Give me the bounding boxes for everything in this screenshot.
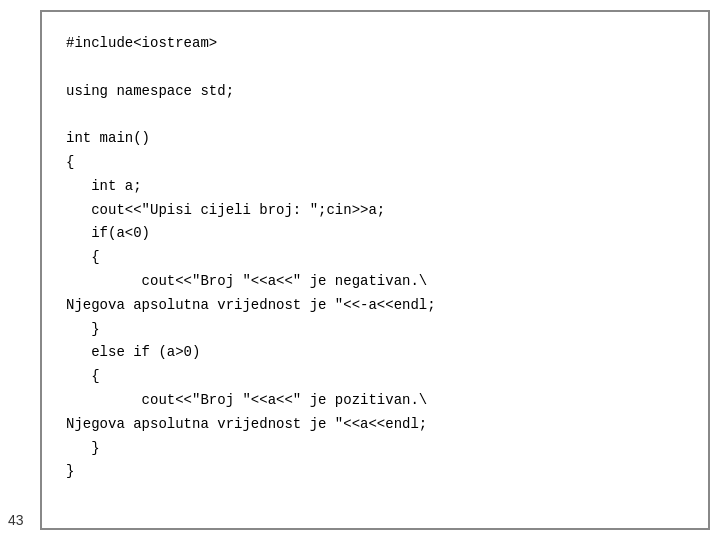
slide-number: 43 (0, 0, 40, 540)
keyword-int: int (91, 178, 116, 194)
code-line-12: Njegova apsolutna vrijednost je "<<-a<<e… (66, 297, 436, 313)
code-line-14: else if (a>0) (66, 344, 200, 360)
code-line-11: cout<<"Broj "<<a<<" je negativan.\ (66, 273, 427, 289)
code-line-13: } (66, 321, 100, 337)
code-block: #include<iostream> using namespace std; … (66, 32, 684, 484)
code-line-18: } (66, 440, 100, 456)
code-line-16: cout<<"Broj "<<a<<" je pozitivan.\ (66, 392, 427, 408)
code-line-10: { (66, 249, 100, 265)
code-line-9: if(a<0) (66, 225, 150, 241)
code-line-1: #include<iostream> (66, 35, 217, 51)
code-line-8: cout<<"Upisi cijeli broj: ";cin>>a; (66, 202, 385, 218)
code-line-6: { (66, 154, 74, 170)
slide-content-area: #include<iostream> using namespace std; … (40, 10, 710, 530)
code-line-15: { (66, 368, 100, 384)
code-line-7: int a; (66, 178, 142, 194)
code-line-3: using namespace std; (66, 83, 234, 99)
code-line-19: } (66, 463, 74, 479)
code-line-5: int main() (66, 130, 150, 146)
code-line-17: Njegova apsolutna vrijednost je "<<a<<en… (66, 416, 427, 432)
